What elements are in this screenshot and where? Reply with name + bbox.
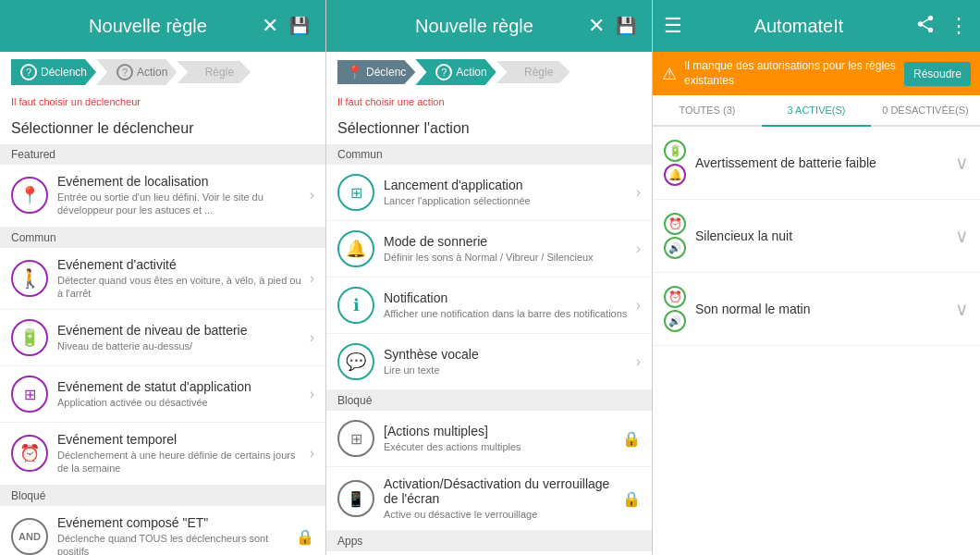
- panel1-header: Nouvelle règle ✕ 💾: [0, 0, 325, 52]
- rule-chevron-icon: ∨: [955, 225, 969, 247]
- battery-trigger-icon: 🔋: [664, 140, 686, 162]
- tab-disabled[interactable]: 0 DÉSACTIVÉE(S): [871, 95, 980, 125]
- tabs-bar: TOUTES (3) 3 ACTIVE(S) 0 DÉSACTIVÉE(S): [653, 95, 980, 127]
- share-icon[interactable]: [915, 14, 936, 39]
- list-item[interactable]: ⏰ Evénement temporel Déclenchement à une…: [0, 423, 325, 486]
- item-desc: Exécuter des actions multiples: [384, 440, 617, 453]
- list-item[interactable]: ⊞ Lancement d'application Lancer l'appli…: [326, 551, 652, 555]
- warning-text: Il manque des autorisations pour les règ…: [684, 59, 897, 88]
- step-rule[interactable]: Règle: [177, 61, 251, 83]
- rule-item[interactable]: ⏰ 🔊 Silencieux la nuit ∨: [653, 200, 980, 273]
- activity-icon: 🚶: [11, 260, 48, 297]
- list-item[interactable]: 🔔 Mode de sonnerie Définir les sons à No…: [326, 221, 652, 278]
- step-action[interactable]: ? Action: [96, 59, 177, 85]
- clock-trigger-icon2: ⏰: [664, 286, 686, 308]
- hamburger-icon[interactable]: ☰: [664, 14, 682, 38]
- panel1-error: Il faut choisir un déclencheur: [0, 92, 325, 113]
- panel1-title: Nouvelle règle: [41, 16, 255, 37]
- item-text: Evénement d'activité Détecter quand vous…: [57, 257, 304, 301]
- list-item[interactable]: ⊞ Evénement de statut d'application Appl…: [0, 366, 325, 423]
- list-item[interactable]: 💬 Synthèse vocale Lire un texte ›: [326, 334, 652, 390]
- panel2-steps: 📍 Déclenc ? Action Règle: [326, 52, 652, 92]
- cat-apps: Apps: [326, 531, 652, 551]
- item-title: Activation/Désactivation du verrouillage…: [384, 476, 617, 506]
- rule-name: Son normal le matin: [695, 302, 955, 316]
- list-item[interactable]: 📍 Evénement de localisation Entrée ou so…: [0, 165, 325, 228]
- tts-icon: 💬: [337, 343, 374, 380]
- item-title: Evénement de localisation: [57, 174, 304, 189]
- item-title: Notification: [384, 290, 631, 305]
- chevron-right-icon: ›: [310, 329, 314, 346]
- warning-triangle-icon: ⚠: [662, 64, 677, 84]
- and-icon: AND: [11, 518, 48, 555]
- item-desc: Entrée ou sortie d'un lieu défini. Voir …: [57, 191, 304, 217]
- chevron-right-icon: ›: [310, 445, 314, 462]
- chevron-right-icon: ›: [636, 240, 641, 257]
- step2-action[interactable]: ? Action: [415, 59, 496, 85]
- item-title: Evénement composé "ET": [57, 515, 290, 530]
- panel2-error: Il faut choisir une action: [326, 92, 652, 113]
- list-item[interactable]: 🚶 Evénement d'activité Détecter quand vo…: [0, 248, 325, 311]
- step2-rule-label: Règle: [524, 66, 553, 79]
- panel2-close-icon[interactable]: ✕: [582, 14, 611, 38]
- list-item[interactable]: ℹ Notification Afficher une notification…: [326, 278, 652, 334]
- item-text: Mode de sonnerie Définir les sons à Norm…: [384, 234, 631, 264]
- cat-featured: Featured: [0, 144, 325, 165]
- lock-icon: 🔒: [622, 430, 641, 448]
- chevron-right-icon: ›: [636, 297, 641, 314]
- volume-action-icon2: 🔊: [664, 310, 686, 332]
- item-text: Evénement de niveau de batterie Niveau d…: [57, 323, 304, 352]
- item-desc: Niveau de batterie au-dessus/: [57, 339, 304, 352]
- step-rule-label: Règle: [205, 66, 234, 79]
- item-text: Activation/Désactivation du verrouillage…: [384, 476, 617, 521]
- item-desc: Déclenchement à une heure définie de cer…: [57, 449, 304, 475]
- item-title: Evénement d'activité: [57, 257, 304, 272]
- bell-action-icon: 🔔: [664, 164, 686, 186]
- list-item[interactable]: 📱 Activation/Désactivation du verrouilla…: [326, 467, 652, 531]
- trigger-done-icon: 📍: [347, 65, 362, 80]
- step2-trigger-label: Déclenc: [366, 66, 406, 79]
- clock-trigger-icon: ⏰: [664, 213, 686, 235]
- tab-active[interactable]: 3 ACTIVE(S): [762, 95, 871, 125]
- multi-actions-icon: ⊞: [337, 420, 374, 457]
- step-action-label: Action: [137, 66, 167, 79]
- panel3-title: AutomateIt: [692, 16, 906, 37]
- battery-icon: 🔋: [11, 319, 48, 356]
- cat-commun-1: Commun: [0, 228, 325, 248]
- list-item[interactable]: ⊞ [Actions multiples] Exécuter des actio…: [326, 411, 652, 467]
- item-title: Lancement d'application: [384, 178, 631, 192]
- list-item[interactable]: AND Evénement composé "ET" Déclenche qua…: [0, 506, 325, 555]
- panel1-steps: ? Déclench ? Action Règle: [0, 52, 325, 92]
- chevron-right-icon: ›: [636, 353, 641, 370]
- step2-trigger[interactable]: 📍 Déclenc: [337, 60, 415, 84]
- item-text: [Actions multiples] Exécuter des actions…: [384, 424, 617, 453]
- panel-trigger: Nouvelle règle ✕ 💾 ? Déclench ? Action R…: [0, 0, 326, 555]
- item-desc: Afficher une notification dans la barre …: [384, 307, 631, 320]
- step2-rule[interactable]: Règle: [496, 61, 570, 83]
- chevron-right-icon: ›: [310, 270, 314, 287]
- time-icon: ⏰: [11, 435, 48, 472]
- rule-item[interactable]: 🔋 🔔 Avertissement de batterie faible ∨: [653, 127, 980, 200]
- panel2-save-icon[interactable]: 💾: [611, 16, 641, 36]
- panel1-save-icon[interactable]: 💾: [285, 16, 314, 36]
- item-desc: Détecter quand vous êtes en voiture, à v…: [57, 274, 304, 301]
- list-item[interactable]: 🔋 Evénement de niveau de batterie Niveau…: [0, 310, 325, 366]
- panel1-close-icon[interactable]: ✕: [255, 14, 285, 38]
- tab-all[interactable]: TOUTES (3): [653, 95, 762, 125]
- step-trigger[interactable]: ? Déclench: [11, 59, 96, 85]
- rule-name: Avertissement de batterie faible: [695, 155, 955, 170]
- item-title: Evénement de statut d'application: [57, 379, 304, 394]
- rule-item[interactable]: ⏰ 🔊 Son normal le matin ∨: [653, 273, 980, 346]
- panel2-header: Nouvelle règle ✕ 💾: [326, 0, 652, 52]
- panel2-list: Commun ⊞ Lancement d'application Lancer …: [326, 144, 652, 555]
- item-text: Notification Afficher une notification d…: [384, 290, 631, 320]
- more-icon[interactable]: ⋮: [949, 14, 969, 39]
- step-action-circle: ?: [116, 64, 133, 80]
- step2-action-circle: ?: [435, 64, 452, 80]
- list-item[interactable]: ⊞ Lancement d'application Lancer l'appli…: [326, 165, 652, 221]
- rule-chevron-icon: ∨: [955, 298, 969, 320]
- resolve-button[interactable]: Résoudre: [904, 62, 971, 86]
- item-text: Evénement de statut d'application Applic…: [57, 379, 304, 409]
- rule-chevron-icon: ∨: [955, 152, 969, 174]
- item-title: [Actions multiples]: [384, 424, 617, 438]
